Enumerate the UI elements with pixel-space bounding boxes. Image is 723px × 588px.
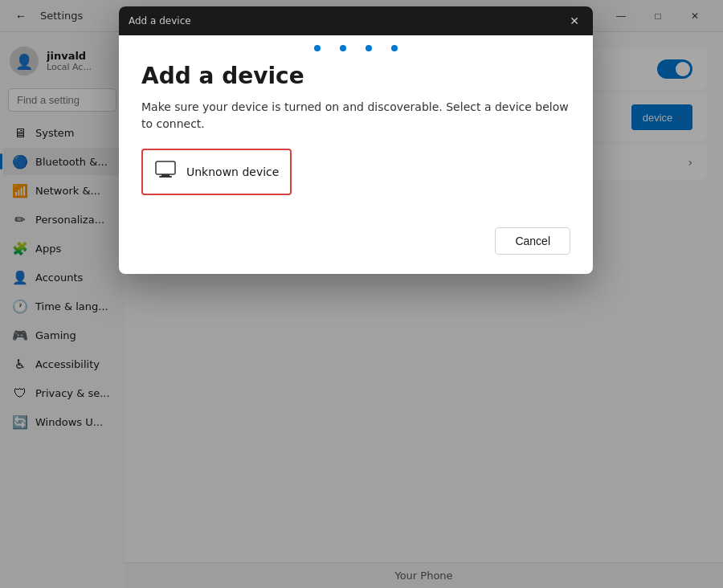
device-icon — [154, 160, 177, 184]
dialog-close-button[interactable]: ✕ — [556, 6, 593, 35]
progress-dot-1 — [314, 45, 321, 51]
add-device-dialog: Add a device ✕ Add a device Make sure yo… — [119, 6, 593, 274]
device-name: Unknown device — [186, 165, 279, 178]
dialog-body: Add a device Make sure your device is tu… — [119, 55, 593, 214]
progress-dot-3 — [366, 45, 372, 51]
svg-rect-2 — [159, 176, 172, 178]
cancel-button[interactable]: Cancel — [495, 227, 570, 255]
dialog-description: Make sure your device is turned on and d… — [141, 99, 570, 133]
svg-rect-0 — [156, 161, 175, 174]
dialog-heading: Add a device — [141, 63, 570, 89]
dialog-footer: Cancel — [119, 214, 593, 274]
progress-dot-2 — [340, 45, 346, 51]
svg-rect-1 — [161, 174, 170, 176]
dialog-dots — [119, 35, 593, 55]
device-list-item[interactable]: Unknown device — [141, 149, 292, 195]
dialog-title: Add a device — [129, 15, 191, 27]
progress-dot-4 — [391, 45, 398, 51]
dialog-titlebar: Add a device ✕ — [119, 6, 593, 35]
